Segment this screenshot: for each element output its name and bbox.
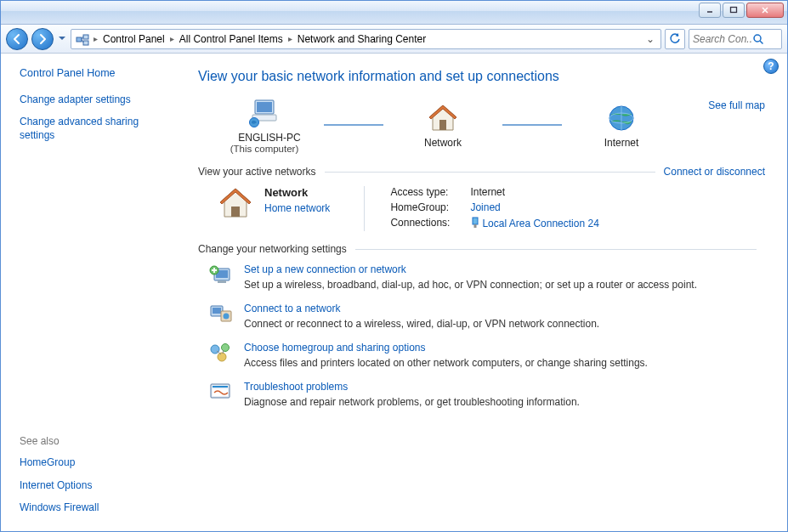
- troubleshoot-desc: Diagnose and repair network problems, or…: [244, 396, 580, 408]
- svg-rect-15: [439, 120, 446, 130]
- advanced-sharing-link[interactable]: Change advanced sharing settings: [20, 115, 169, 142]
- breadcrumb-item[interactable]: All Control Panel Items: [176, 33, 286, 45]
- svg-point-32: [218, 353, 226, 361]
- svg-rect-24: [218, 280, 226, 283]
- homegroup-value-link[interactable]: Joined: [470, 201, 500, 213]
- internet-options-link[interactable]: Internet Options: [20, 478, 169, 492]
- help-icon[interactable]: ?: [763, 59, 779, 74]
- node-network-label: Network: [424, 137, 462, 149]
- chevron-right-icon[interactable]: ▸: [92, 34, 99, 43]
- search-icon: [752, 33, 764, 45]
- connect-network-link[interactable]: Connect to a network: [244, 303, 599, 314]
- search-input[interactable]: [693, 33, 752, 45]
- node-pc-label: ENGLISH-PC: [228, 132, 300, 144]
- windows-firewall-link[interactable]: Windows Firewall: [20, 501, 169, 514]
- sidebar: Control Panel Home Change adapter settin…: [1, 54, 179, 531]
- see-also-title: See also: [20, 435, 169, 447]
- house-icon: [426, 101, 460, 135]
- see-full-map-link[interactable]: See full map: [708, 99, 765, 111]
- minimize-button[interactable]: [699, 3, 721, 18]
- homegroup-link[interactable]: HomeGroup: [20, 456, 169, 469]
- troubleshoot-icon: [208, 381, 234, 405]
- page-title: View your basic network information and …: [198, 69, 765, 84]
- connect-disconnect-link[interactable]: Connect or disconnect: [664, 166, 765, 178]
- divider: [325, 172, 655, 173]
- svg-rect-6: [83, 41, 88, 45]
- breadcrumb-item[interactable]: Network and Sharing Center: [294, 33, 429, 45]
- svg-rect-36: [213, 386, 228, 388]
- navbar: ▸ Control Panel ▸ All Control Panel Item…: [1, 25, 787, 54]
- setup-connection-icon: [208, 263, 234, 287]
- connections-label: Connections:: [390, 217, 465, 231]
- computer-icon: [247, 96, 281, 130]
- active-networks-title: View your active networks: [198, 166, 316, 178]
- access-type-value: Internet: [470, 186, 505, 198]
- access-type-label: Access type:: [390, 186, 465, 198]
- homegroup-sharing-icon: [208, 342, 234, 365]
- svg-rect-1: [731, 8, 737, 13]
- ethernet-icon: [470, 217, 480, 231]
- history-dropdown[interactable]: [57, 31, 67, 47]
- control-panel-home-link[interactable]: Control Panel Home: [20, 67, 169, 79]
- change-settings-title: Change your networking settings: [198, 243, 347, 255]
- svg-rect-4: [77, 37, 82, 42]
- adapter-settings-link[interactable]: Change adapter settings: [20, 93, 169, 106]
- node-internet-label: Internet: [604, 137, 639, 149]
- svg-line-10: [760, 41, 763, 44]
- network-map: ENGLISH-PC (This computer) Network Inter…: [198, 96, 672, 154]
- node-internet[interactable]: Internet: [570, 101, 672, 149]
- map-connector: [324, 124, 383, 126]
- homegroup-sharing-link[interactable]: Choose homegroup and sharing options: [244, 342, 648, 354]
- breadcrumb-icon: [75, 31, 90, 47]
- divider: [355, 249, 757, 250]
- breadcrumb-dropdown[interactable]: ⌄: [642, 33, 659, 45]
- svg-rect-5: [83, 35, 88, 39]
- setup-connection-desc: Set up a wireless, broadband, dial-up, a…: [244, 279, 697, 291]
- svg-rect-12: [257, 102, 272, 112]
- svg-point-29: [224, 314, 230, 320]
- chevron-right-icon[interactable]: ▸: [286, 34, 294, 43]
- svg-point-9: [754, 35, 761, 42]
- homegroup-sharing-desc: Access files and printers located on oth…: [244, 357, 648, 369]
- back-button[interactable]: [6, 28, 28, 50]
- svg-rect-27: [213, 308, 221, 314]
- forward-button[interactable]: [31, 28, 54, 50]
- network-type-link[interactable]: Home network: [264, 202, 330, 214]
- titlebar: [1, 1, 787, 25]
- connect-network-icon: [208, 303, 234, 326]
- node-network[interactable]: Network: [392, 101, 494, 149]
- troubleshoot-link[interactable]: Troubleshoot problems: [244, 381, 580, 393]
- globe-icon: [604, 101, 638, 135]
- search-box[interactable]: [689, 29, 782, 49]
- connect-network-desc: Connect or reconnect to a wireless, wire…: [244, 318, 599, 330]
- refresh-button[interactable]: [665, 29, 685, 49]
- svg-rect-19: [231, 207, 240, 217]
- homegroup-label: HomeGroup:: [390, 201, 465, 213]
- main-panel: View your basic network information and …: [179, 54, 787, 531]
- maximize-button[interactable]: [723, 3, 745, 18]
- map-connector: [502, 124, 562, 126]
- svg-point-31: [222, 344, 230, 352]
- network-type-icon: [217, 186, 254, 220]
- active-network-name: Network: [264, 186, 330, 199]
- node-pc-sublabel: (This computer): [230, 144, 299, 154]
- chevron-right-icon[interactable]: ▸: [168, 34, 176, 43]
- setup-connection-link[interactable]: Set up a new connection or network: [244, 263, 697, 275]
- node-pc[interactable]: ENGLISH-PC (This computer): [213, 96, 315, 154]
- close-button[interactable]: [746, 3, 784, 18]
- connection-link[interactable]: Local Area Connection 24: [482, 218, 598, 229]
- svg-rect-21: [474, 224, 477, 228]
- breadcrumb-item[interactable]: Control Panel: [99, 33, 168, 45]
- svg-rect-20: [473, 218, 478, 224]
- breadcrumb-bar[interactable]: ▸ Control Panel ▸ All Control Panel Item…: [71, 29, 661, 49]
